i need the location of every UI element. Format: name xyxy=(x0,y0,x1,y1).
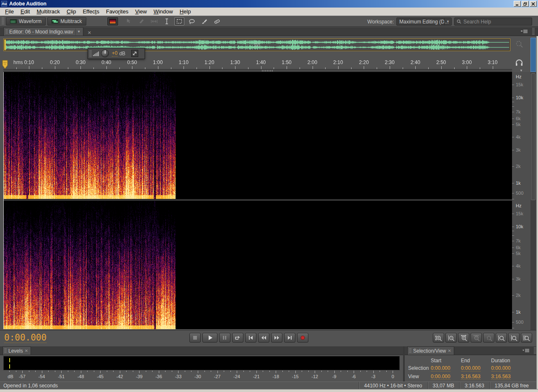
editor-tab[interactable]: Editor: 06 - Mood Indigo.wav ▼ xyxy=(3,27,83,36)
overview-waveform-strip[interactable]: |||| xyxy=(3,39,510,51)
ibeam-icon xyxy=(164,18,169,24)
gain-value[interactable]: +0 xyxy=(112,50,118,57)
close-button[interactable] xyxy=(530,1,537,7)
db-tick-major xyxy=(354,371,354,373)
menu-view[interactable]: View xyxy=(132,8,150,15)
restore-button[interactable] xyxy=(522,1,529,7)
selection-view-tab-close-icon[interactable]: ✕ xyxy=(448,348,451,353)
menu-clip[interactable]: Clip xyxy=(63,8,79,15)
rewind-button[interactable] xyxy=(258,333,269,343)
overview-range-grip[interactable]: |||| xyxy=(254,42,261,47)
search-help-input[interactable]: Search Help xyxy=(454,18,532,26)
menu-effects[interactable]: Effects xyxy=(79,8,103,15)
selview-value[interactable]: 0:00.000 xyxy=(461,365,481,371)
headphone-icon[interactable] xyxy=(515,59,523,66)
paintbrush-selection-tool-button[interactable] xyxy=(199,17,210,26)
levels-tab-close-icon[interactable]: ✕ xyxy=(25,348,28,353)
db-tick-major xyxy=(61,371,62,373)
loop-playback-button[interactable] xyxy=(232,333,243,343)
search-icon xyxy=(457,19,461,24)
freq-tick-minor xyxy=(512,106,514,107)
overview-playhead-marker[interactable] xyxy=(4,39,6,50)
frequency-ruler[interactable]: Hz15k10k7k6k5k4k3k2k1k500Hz15k10k7k6k5k4… xyxy=(512,72,530,329)
time-stretch-tool-button[interactable] xyxy=(149,17,159,26)
levels-tab[interactable]: Levels ✕ xyxy=(3,346,31,355)
db-tick-major xyxy=(276,371,276,373)
selview-value[interactable]: 0:00.000 xyxy=(431,374,450,380)
selview-value[interactable]: 0:00.000 xyxy=(491,365,511,371)
tab-close-icon[interactable]: ✕ xyxy=(86,30,93,36)
menu-multitrack[interactable]: Multitrack xyxy=(33,8,63,15)
timeline-ruler[interactable]: hms 0:100:200:300:400:501:001:101:201:30… xyxy=(3,59,512,70)
zoom-in-horizontal-button[interactable] xyxy=(458,333,469,343)
skip-to-end-button[interactable] xyxy=(284,333,295,343)
zoom-in-at-in-point-button[interactable] xyxy=(496,333,507,343)
zoom-out-vertical-button[interactable] xyxy=(445,333,457,343)
toolbar-grip[interactable] xyxy=(2,18,4,25)
gain-knob[interactable] xyxy=(101,49,109,57)
hscroll-grip[interactable] xyxy=(262,70,273,72)
db-tick-minor xyxy=(367,371,367,372)
spectrogram-channel-right[interactable] xyxy=(3,201,512,329)
selview-value[interactable]: 0:00.000 xyxy=(431,365,450,371)
skip-to-start-icon xyxy=(247,335,254,341)
selection-view-tab[interactable]: Selection/View ✕ xyxy=(407,346,454,355)
selview-value[interactable]: 3:16.563 xyxy=(491,374,511,380)
playhead-line[interactable] xyxy=(3,72,4,329)
spot-healing-brush-tool-button[interactable] xyxy=(212,17,222,26)
spectral-display-toggle-button[interactable] xyxy=(107,17,118,26)
skip-to-end-icon xyxy=(286,335,293,341)
current-time-display[interactable]: 0:00.000 xyxy=(4,333,47,343)
vscroll-thumb[interactable] xyxy=(531,73,535,200)
multitrack-view-button[interactable]: Multitrack xyxy=(47,17,86,26)
time-tick-label: 2:30 xyxy=(385,59,394,65)
vertical-zoom-indicator[interactable] xyxy=(530,38,536,72)
time-tick-major xyxy=(313,66,313,69)
zoom-to-selection-button[interactable] xyxy=(521,333,532,343)
tabbar-grip[interactable] xyxy=(532,28,535,36)
menu-help[interactable]: Help xyxy=(176,8,194,15)
menu-edit[interactable]: Edit xyxy=(17,8,33,15)
zoom-in-at-out-point-button[interactable] xyxy=(508,333,520,343)
record-button[interactable] xyxy=(297,333,308,343)
fast-forward-button[interactable] xyxy=(271,333,282,343)
marquee-selection-tool-button[interactable] xyxy=(174,17,184,26)
workspace-dropdown[interactable]: Maximum Editing (D... ▼ xyxy=(396,18,452,26)
selview-value[interactable]: 3:16.563 xyxy=(461,374,481,380)
freq-tick-label: 6k xyxy=(516,116,521,121)
volume-hud[interactable]: +0 dB xyxy=(88,48,145,59)
waveform-view-button[interactable]: Waveform xyxy=(6,17,46,26)
db-tick-minor xyxy=(113,371,114,372)
tab-dropdown-icon[interactable]: ▼ xyxy=(75,28,82,35)
time-selection-tool-button[interactable] xyxy=(162,17,172,26)
db-tick-minor xyxy=(269,371,270,372)
freq-ruler-dropdown-icon[interactable]: ▼ xyxy=(520,69,523,72)
panel-menu-icon[interactable] xyxy=(520,27,528,36)
title-bar[interactable]: Au Adobe Audition xyxy=(0,0,538,8)
spectral-display[interactable] xyxy=(3,72,512,329)
zoom-out-horizontal-icon xyxy=(473,335,480,341)
menu-favorites[interactable]: Favorites xyxy=(103,8,132,15)
vertical-scrollbar[interactable] xyxy=(530,38,536,330)
time-tick-major xyxy=(287,66,287,69)
zoom-in-vertical-button[interactable] xyxy=(433,333,444,343)
hud-pin-button[interactable] xyxy=(131,50,138,57)
skip-to-start-button[interactable] xyxy=(245,333,256,343)
db-tick-minor xyxy=(165,371,166,372)
selection-view-panel-menu-icon[interactable] xyxy=(522,346,530,355)
zoom-out-horizontal-button[interactable] xyxy=(471,333,482,343)
playhead-badge[interactable] xyxy=(1,60,9,72)
hud-grip[interactable] xyxy=(89,50,92,57)
pause-button[interactable] xyxy=(219,333,230,343)
spectrogram-channel-left[interactable] xyxy=(3,72,512,199)
move-tool-button[interactable] xyxy=(124,17,134,26)
ruler-unit-label[interactable]: hms xyxy=(13,59,23,65)
menu-file[interactable]: File xyxy=(2,8,17,15)
minimize-button[interactable] xyxy=(514,1,521,7)
play-button[interactable] xyxy=(202,333,217,343)
lasso-selection-tool-button[interactable] xyxy=(187,17,197,26)
menu-window[interactable]: Window xyxy=(150,8,176,15)
zoom-out-full-button[interactable] xyxy=(483,333,494,343)
slip-tool-button[interactable] xyxy=(137,17,147,26)
stop-button[interactable] xyxy=(189,333,201,343)
